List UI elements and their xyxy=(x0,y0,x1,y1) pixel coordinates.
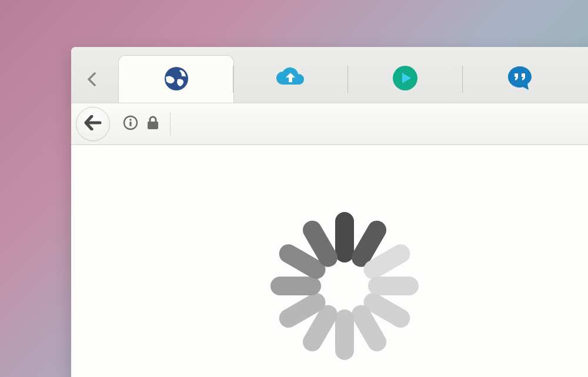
spinner-spoke xyxy=(335,309,354,360)
tab-background-2[interactable] xyxy=(348,55,462,103)
arrow-left-icon xyxy=(84,115,102,133)
tab-active[interactable] xyxy=(118,55,234,103)
chevron-left-icon xyxy=(87,72,102,86)
tab-strip xyxy=(71,47,588,103)
secure-lock-indicator[interactable] xyxy=(146,115,159,133)
svg-point-3 xyxy=(129,119,132,121)
site-info-button[interactable] xyxy=(123,115,138,133)
chat-quote-icon xyxy=(506,64,534,95)
spinner-spoke xyxy=(368,277,419,295)
cloud-upload-icon xyxy=(275,67,306,92)
back-button[interactable] xyxy=(76,107,110,141)
svg-rect-4 xyxy=(129,122,131,126)
tab-background-3[interactable] xyxy=(462,55,577,103)
address-bar xyxy=(71,103,588,145)
tab-background-1[interactable] xyxy=(233,55,348,103)
spinner-spoke xyxy=(270,277,321,295)
desktop-wallpaper xyxy=(0,0,588,377)
svg-rect-5 xyxy=(148,122,158,129)
lock-icon xyxy=(146,115,159,130)
play-icon xyxy=(392,65,418,93)
url-input[interactable] xyxy=(170,112,582,136)
tab-scroll-left-button[interactable] xyxy=(71,55,118,103)
info-icon xyxy=(123,115,138,130)
page-viewport xyxy=(71,145,588,377)
browser-window xyxy=(71,47,588,377)
globe-icon xyxy=(164,66,189,93)
loading-spinner-icon xyxy=(268,210,421,362)
